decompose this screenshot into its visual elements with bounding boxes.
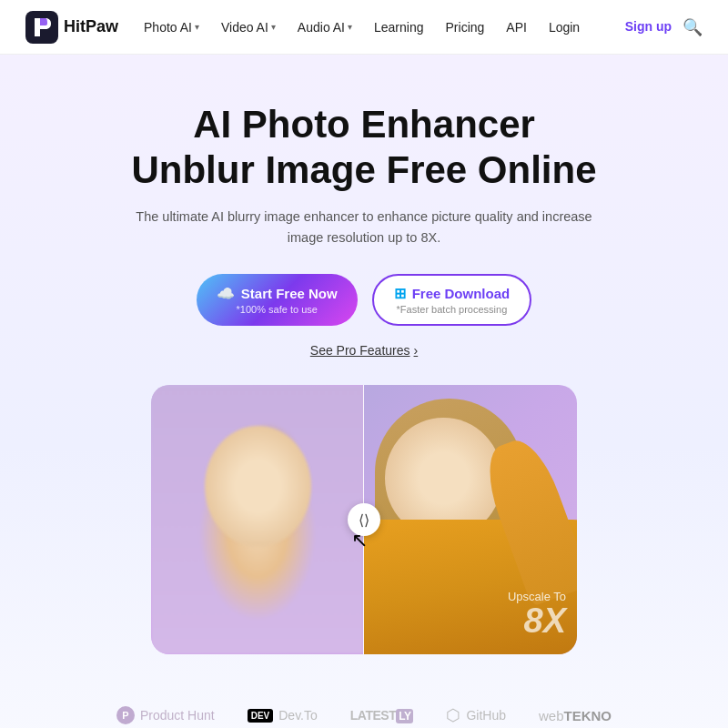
navbar: HitPaw Photo AI ▾ Video AI ▾ Audio AI ▾ … — [0, 0, 728, 55]
nav-links: Photo AI ▾ Video AI ▾ Audio AI ▾ Learnin… — [135, 15, 625, 40]
hero-subtitle: The ultimate AI blurry image enhancer to… — [127, 207, 601, 248]
upload-icon: ☁️ — [217, 285, 235, 302]
signup-button[interactable]: Sign up — [625, 19, 672, 35]
trusted-brands: P Product Hunt DEV Dev.To LATESTLY ⬡ Git… — [0, 676, 728, 728]
brand-webtekno: webTEKNO — [539, 708, 612, 723]
before-image — [151, 385, 364, 654]
search-icon[interactable]: 🔍 — [682, 17, 703, 37]
brand-devto: DEV Dev.To — [248, 708, 318, 723]
producthunt-icon: P — [116, 706, 135, 724]
nav-item-learning[interactable]: Learning — [365, 15, 433, 40]
hero-buttons: ☁️ Start Free Now *100% safe to use ⊞ Fr… — [36, 274, 692, 326]
nav-item-api[interactable]: API — [497, 15, 536, 40]
nav-item-photo-ai[interactable]: Photo AI ▾ — [135, 15, 208, 40]
after-image: Upscale To 8X — [364, 385, 577, 654]
nav-right: Sign up 🔍 — [625, 17, 703, 37]
nav-item-video-ai[interactable]: Video AI ▾ — [212, 15, 285, 40]
start-free-button[interactable]: ☁️ Start Free Now *100% safe to use — [197, 274, 358, 326]
chevron-down-icon: ▾ — [348, 22, 352, 32]
devto-icon: DEV — [248, 709, 274, 723]
brand-producthunt: P Product Hunt — [116, 706, 215, 724]
free-download-button[interactable]: ⊞ Free Download *Faster batch processing — [372, 274, 532, 326]
comparison-handle[interactable]: ⟨⟩ ↖ — [348, 503, 380, 536]
brand-github: ⬡ GitHub — [446, 705, 506, 725]
nav-item-login[interactable]: Login — [540, 15, 589, 40]
chevron-down-icon: ▾ — [195, 22, 199, 32]
logo-link[interactable]: HitPaw — [25, 11, 118, 44]
nav-item-pricing[interactable]: Pricing — [437, 15, 494, 40]
comparison-widget[interactable]: ⟨⟩ ↖ Upscale To 8X — [151, 385, 577, 654]
nav-item-audio-ai[interactable]: Audio AI ▾ — [288, 15, 361, 40]
cursor-icon: ↖ — [351, 529, 368, 552]
windows-icon: ⊞ — [394, 285, 406, 302]
see-features-link[interactable]: See Pro Features › — [310, 343, 418, 358]
logo-text: HitPaw — [64, 17, 118, 36]
github-icon: ⬡ — [446, 705, 460, 725]
hero-section: AI Photo Enhancer Unblur Image Free Onli… — [0, 55, 728, 676]
brand-latestly: LATESTLY — [350, 708, 414, 723]
hero-title: AI Photo Enhancer Unblur Image Free Onli… — [36, 102, 692, 194]
chevron-down-icon: ▾ — [271, 22, 276, 32]
upscale-badge: Upscale To 8X — [508, 590, 566, 638]
logo-icon — [25, 11, 58, 44]
